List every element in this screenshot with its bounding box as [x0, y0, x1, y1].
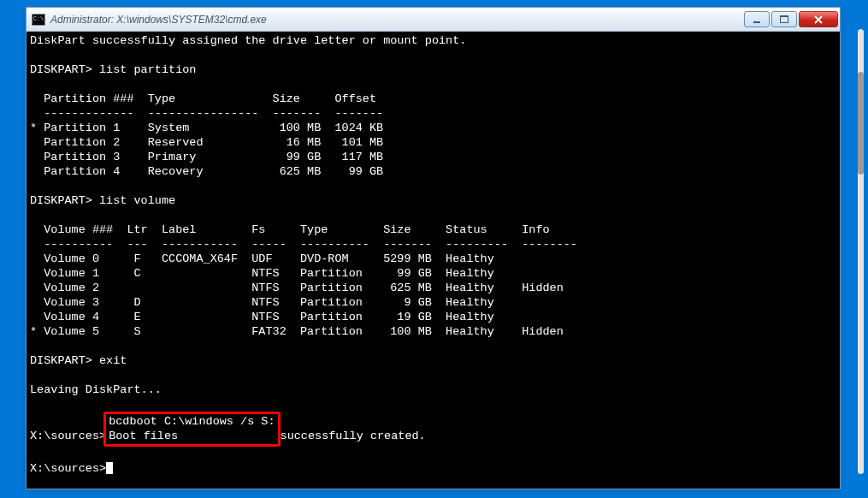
table-row: Volume 4 E NTFS Partition 19 GB Healthy	[30, 311, 494, 323]
text-cursor	[106, 462, 113, 474]
diskpart-prompt: DISKPART>	[30, 63, 99, 76]
cmd-prompt: X:\sources>	[30, 462, 106, 475]
minimize-button[interactable]	[744, 11, 770, 27]
page-scrollbar-thumb[interactable]	[858, 72, 864, 175]
window-title: Administrator: X:\windows\SYSTEM32\cmd.e…	[50, 14, 744, 26]
maximize-icon	[780, 15, 788, 23]
output-line: Boot files	[109, 430, 185, 442]
command-text: list volume	[99, 194, 175, 207]
minimize-icon	[753, 16, 761, 23]
table-header: Partition ### Type Size Offset	[30, 92, 376, 105]
close-button[interactable]	[799, 11, 838, 27]
table-row: * Volume 5 S FAT32 Partition 100 MB Heal…	[30, 325, 564, 338]
command-text: list partition	[99, 63, 196, 76]
window-controls	[744, 11, 838, 27]
output-line: Leaving DiskPart...	[30, 383, 162, 396]
command-text: exit	[99, 354, 127, 367]
cmd-window: Administrator: X:\windows\SYSTEM32\cmd.e…	[26, 7, 841, 489]
cmd-icon	[32, 14, 45, 26]
maximize-button[interactable]	[771, 11, 797, 27]
diskpart-prompt: DISKPART>	[30, 194, 99, 207]
table-row: Volume 1 C NTFS Partition 99 GB Healthy	[30, 267, 494, 280]
table-row: * Partition 1 System 100 MB 1024 KB	[30, 122, 383, 134]
cmd-prompt: X:\sources>	[30, 430, 106, 442]
table-row: Volume 2 NTFS Partition 625 MB Healthy H…	[30, 282, 564, 294]
command-text: bcdboot C:\windows /s S:	[109, 415, 275, 428]
table-row: Partition 2 Reserved 16 MB 101 MB	[30, 136, 383, 149]
table-row: Volume 3 D NTFS Partition 9 GB Healthy	[30, 296, 494, 309]
table-row: Volume 0 F CCCOMA_X64F UDF DVD-ROM 5299 …	[30, 252, 494, 265]
output-line: successfully created.	[280, 430, 426, 442]
diskpart-prompt: DISKPART>	[30, 354, 99, 367]
svg-rect-0	[753, 21, 760, 23]
svg-rect-2	[780, 15, 788, 17]
table-divider: ---------- --- ----------- ----- -------…	[30, 238, 577, 251]
table-divider: ------------- ---------------- ------- -…	[30, 107, 383, 120]
table-row: Partition 3 Primary 99 GB 117 MB	[30, 151, 383, 163]
page-scrollbar-track[interactable]	[858, 29, 864, 474]
highlighted-command: bcdboot C:\windows /s S: Boot files	[103, 412, 280, 447]
table-header: Volume ### Ltr Label Fs Type Size Status…	[30, 223, 550, 236]
title-bar[interactable]: Administrator: X:\windows\SYSTEM32\cmd.e…	[27, 8, 840, 32]
table-row: Partition 4 Recovery 625 MB 99 GB	[30, 165, 383, 178]
output-line: DiskPart successfully assigned the drive…	[30, 34, 466, 47]
terminal-output[interactable]: DiskPart successfully assigned the drive…	[27, 32, 840, 489]
close-icon	[813, 15, 824, 24]
